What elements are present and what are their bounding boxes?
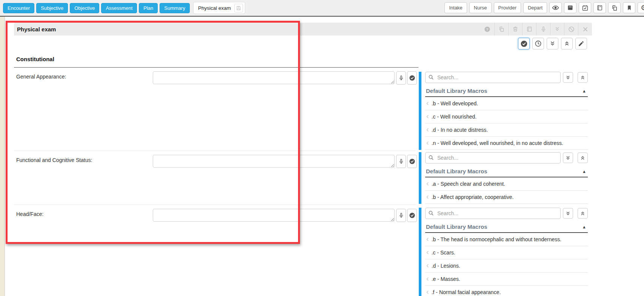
expand-macros-button[interactable] xyxy=(563,72,573,83)
macro-search-box xyxy=(425,72,561,83)
macro-search-input[interactable] xyxy=(425,208,561,219)
chart-nav-group: Encounter Subjective Objective Assessmen… xyxy=(3,3,190,13)
intake-button[interactable]: Intake xyxy=(444,2,467,13)
nav-button-summary[interactable]: Summary xyxy=(160,3,190,13)
book-icon xyxy=(596,5,603,11)
head-face-textarea[interactable] xyxy=(153,209,395,222)
history-button[interactable] xyxy=(532,38,544,49)
confirm-field-button[interactable] xyxy=(407,209,417,222)
collapse-section-button[interactable] xyxy=(550,23,564,35)
macro-group-header[interactable]: Default Library Macros ▲ xyxy=(425,86,588,97)
archive-box-icon xyxy=(567,5,573,11)
edit-button[interactable] xyxy=(575,38,587,49)
library-button[interactable] xyxy=(593,2,606,13)
trash-icon xyxy=(512,26,518,32)
macro-search-input[interactable] xyxy=(425,72,561,83)
dictate-field-button[interactable] xyxy=(396,71,406,85)
dictate-section-button[interactable] xyxy=(536,23,550,35)
macro-item[interactable]: ‹ .e - Masses. xyxy=(425,273,588,286)
archive-button[interactable] xyxy=(564,2,576,13)
delete-section-button[interactable] xyxy=(508,23,522,35)
library-section-button[interactable] xyxy=(522,23,536,35)
gear-icon: ⚙ xyxy=(641,4,644,11)
macro-item-label: .f - Normal facial appearance. xyxy=(432,289,501,295)
complete-all-button[interactable] xyxy=(518,38,530,49)
collapse-macros-button[interactable] xyxy=(578,72,588,83)
macro-item[interactable]: ‹ .a - Speech clear and coherent. xyxy=(425,177,588,191)
field-label: Functional and Cognitive Status: xyxy=(16,157,92,163)
save-note-button[interactable] xyxy=(234,4,243,12)
chevron-left-icon: ‹ xyxy=(426,125,429,133)
macro-item-label: .d - In no acute distress. xyxy=(432,127,488,133)
copy-notes-button[interactable] xyxy=(608,2,621,13)
macro-item-label: .b - Well developed. xyxy=(432,100,478,106)
macro-item[interactable]: ‹ .b - Well developed. xyxy=(425,97,588,110)
chevron-left-icon: ‹ xyxy=(426,235,429,242)
macro-item-label: .b - The head is normocephalic and witho… xyxy=(432,236,562,242)
double-chevron-up-icon xyxy=(580,211,586,216)
double-chevron-down-icon xyxy=(565,155,571,161)
microphone-icon xyxy=(398,213,404,218)
macro-item[interactable]: ‹ .n - Well developed, well nourished, i… xyxy=(425,137,588,150)
macro-item[interactable]: ‹ .c - Scars. xyxy=(425,246,588,259)
dictate-field-button[interactable] xyxy=(396,209,406,222)
eye-button[interactable] xyxy=(549,2,562,13)
macro-search-input[interactable] xyxy=(425,152,561,163)
nav-button-assessment[interactable]: Assessment xyxy=(101,3,137,13)
dictate-field-button[interactable] xyxy=(396,155,406,168)
chevron-left-icon: ‹ xyxy=(426,112,429,120)
nav-button-encounter[interactable]: Encounter xyxy=(3,3,34,13)
chevron-left-icon: ‹ xyxy=(426,274,429,282)
confirm-field-button[interactable] xyxy=(407,155,417,168)
settings-button[interactable]: ⚙ xyxy=(638,2,644,13)
nav-button-plan[interactable]: Plan xyxy=(139,3,158,13)
macro-item-label: .c - Scars. xyxy=(432,250,455,256)
help-button[interactable]: ? xyxy=(480,23,494,35)
macro-search-row xyxy=(425,208,588,219)
close-panel-button[interactable] xyxy=(578,23,592,35)
general-appearance-textarea[interactable] xyxy=(153,71,395,84)
macro-group-title: Default Library Macros xyxy=(426,224,487,230)
macro-item[interactable]: ‹ .c - Well nourished. xyxy=(425,110,588,123)
confirm-field-button[interactable] xyxy=(407,71,417,85)
nav-button-subjective[interactable]: Subjective xyxy=(36,3,68,13)
macro-item-label: .c - Well nourished. xyxy=(432,114,477,120)
double-chevron-down-icon xyxy=(565,211,571,216)
field-row-head-face: Head/Face: xyxy=(14,205,416,296)
copy-section-button[interactable] xyxy=(494,23,508,35)
check-circle-icon xyxy=(409,75,415,81)
collapse-all-sections-button[interactable] xyxy=(561,38,573,49)
double-chevron-up-icon xyxy=(580,75,586,80)
macro-item[interactable]: ‹ .b - The head is normocephalic and wit… xyxy=(425,233,588,246)
expand-all-sections-button[interactable] xyxy=(547,38,558,49)
provider-button[interactable]: Provider xyxy=(494,2,521,13)
check-circle-icon xyxy=(409,212,415,219)
macro-group-title: Default Library Macros xyxy=(426,168,487,174)
double-chevron-down-icon xyxy=(565,75,571,80)
expand-macros-button[interactable] xyxy=(563,208,573,219)
macro-panel-general-appearance: Default Library Macros ▲ ‹ .b - Well dev… xyxy=(419,72,588,150)
tab-physical-exam[interactable]: Physical exam xyxy=(193,2,245,14)
macro-group-header[interactable]: Default Library Macros ▲ xyxy=(425,167,588,177)
page-title: Physical exam xyxy=(17,26,56,32)
disable-section-button[interactable] xyxy=(564,23,578,35)
calendar-button[interactable] xyxy=(579,2,591,13)
macro-item[interactable]: ‹ .d - In no acute distress. xyxy=(425,123,588,137)
collapse-macros-button[interactable] xyxy=(578,208,588,219)
expand-macros-button[interactable] xyxy=(563,153,573,163)
macro-item-label: .n - Well developed, well nourished, in … xyxy=(432,140,563,146)
macro-item[interactable]: ‹ .b - Affect appropriate, cooperative. xyxy=(425,191,588,204)
macro-item-label: .d - Lesions. xyxy=(432,263,460,269)
macro-item[interactable]: ‹ .f - Normal facial appearance. xyxy=(425,286,588,296)
macro-group-header[interactable]: Default Library Macros ▲ xyxy=(425,222,588,233)
collapse-macros-button[interactable] xyxy=(578,153,588,163)
macro-item[interactable]: ‹ .d - Lesions. xyxy=(425,259,588,273)
nav-button-objective[interactable]: Objective xyxy=(70,3,99,13)
field-row-general-appearance: General Appearance: xyxy=(14,68,416,151)
bookmark-button[interactable] xyxy=(623,2,635,13)
functional-cognitive-textarea[interactable] xyxy=(153,155,395,168)
pencil-icon xyxy=(578,40,584,47)
depart-button[interactable]: Depart xyxy=(523,2,547,13)
field-label: General Appearance: xyxy=(16,74,66,80)
nurse-button[interactable]: Nurse xyxy=(469,2,492,13)
